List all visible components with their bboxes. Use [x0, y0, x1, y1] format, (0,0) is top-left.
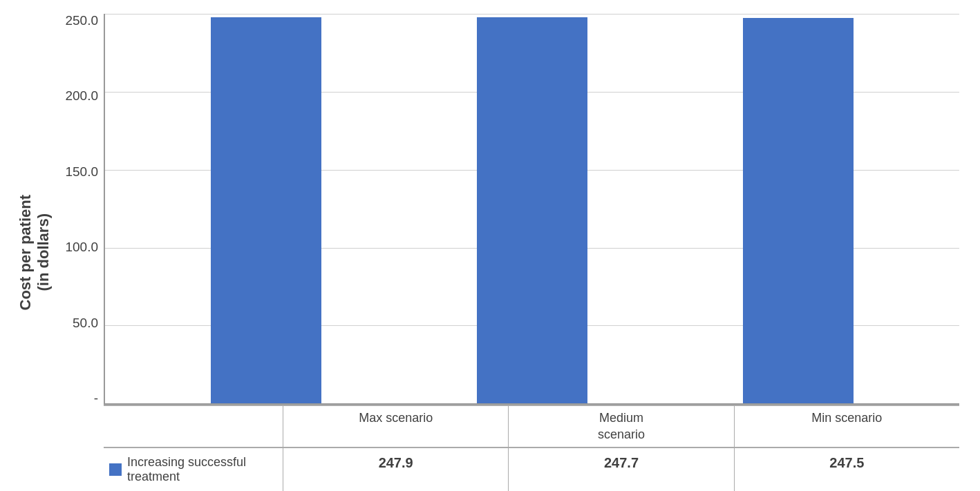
y-tick-0: -	[55, 392, 104, 405]
bar-group-min	[722, 14, 874, 403]
y-axis-label: Cost per patient(in dollars)	[14, 14, 55, 491]
bars-row	[105, 14, 959, 403]
bar-medium	[477, 17, 587, 403]
chart-container: Cost per patient(in dollars) 250.0 200.0…	[0, 0, 980, 491]
table-header-min: Min scenario	[735, 406, 959, 447]
table-data-row: Increasing successful treatment 247.9 24…	[104, 447, 959, 491]
table-label-header	[104, 406, 283, 447]
y-tick-250: 250.0	[55, 14, 104, 27]
legend-swatch	[109, 463, 122, 476]
bar-min	[743, 18, 854, 404]
chart-plot-area: 250.0 200.0 150.0 100.0 50.0 -	[55, 14, 959, 405]
y-axis-label-text: Cost per patient(in dollars)	[17, 195, 53, 310]
y-tick-150: 150.0	[55, 165, 104, 178]
y-tick-200: 200.0	[55, 89, 104, 102]
y-tick-50: 50.0	[55, 316, 104, 329]
table-header-max: Max scenario	[283, 406, 509, 447]
y-tick-100: 100.0	[55, 240, 104, 253]
table-header-row: Max scenario Mediumscenario Min scenario	[104, 406, 959, 447]
y-axis-ticks: 250.0 200.0 150.0 100.0 50.0 -	[55, 14, 104, 405]
bars-and-grid	[104, 14, 959, 405]
bar-group-medium	[456, 14, 608, 403]
legend-label: Increasing successful treatment	[127, 455, 277, 484]
bar-max	[211, 17, 321, 403]
table-data-max: 247.9	[283, 447, 509, 491]
chart-table-area: Max scenario Mediumscenario Min scenario…	[104, 405, 959, 491]
table-header-medium: Mediumscenario	[509, 406, 734, 447]
bar-group-max	[190, 14, 342, 403]
table-data-medium: 247.7	[509, 447, 734, 491]
table-legend-cell: Increasing successful treatment	[104, 447, 283, 491]
chart-main: 250.0 200.0 150.0 100.0 50.0 -	[55, 14, 959, 491]
table-data-min: 247.5	[735, 447, 959, 491]
